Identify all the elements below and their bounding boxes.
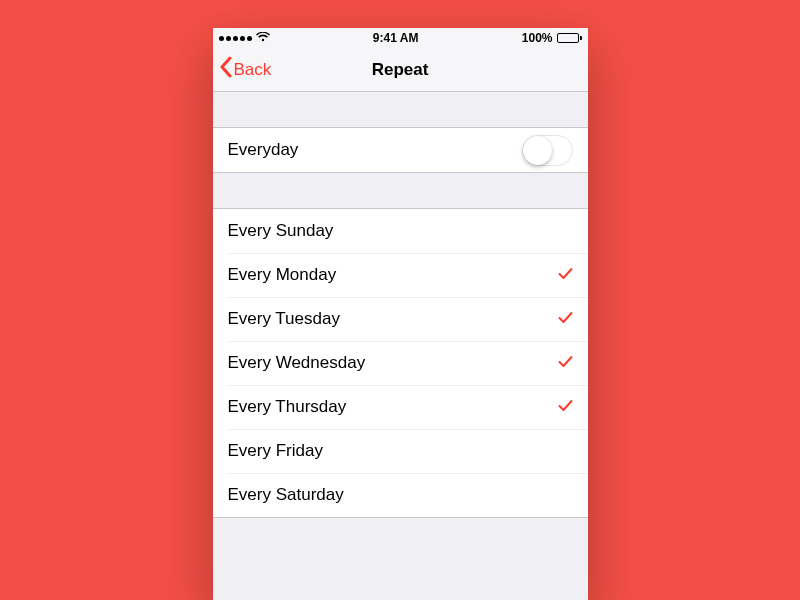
day-label: Every Saturday (228, 485, 573, 505)
signal-dots-icon (219, 36, 252, 41)
row-day[interactable]: Every Wednesday (213, 341, 588, 385)
status-clock: 9:41 AM (373, 31, 419, 45)
row-day[interactable]: Every Friday (213, 429, 588, 473)
checkmark-icon (558, 397, 573, 417)
checkmark-icon (558, 309, 573, 329)
day-label: Every Tuesday (228, 309, 558, 329)
battery-percent: 100% (522, 31, 553, 45)
checkmark-icon (558, 265, 573, 285)
group-everyday: Everyday (213, 127, 588, 173)
row-day[interactable]: Every Saturday (213, 473, 588, 517)
everyday-toggle[interactable] (522, 135, 573, 166)
day-label: Every Thursday (228, 397, 558, 417)
row-everyday[interactable]: Everyday (213, 128, 588, 172)
row-day[interactable]: Every Tuesday (213, 297, 588, 341)
day-label: Every Monday (228, 265, 558, 285)
day-label: Every Sunday (228, 221, 573, 241)
back-button[interactable]: Back (213, 56, 272, 83)
row-day[interactable]: Every Sunday (213, 209, 588, 253)
group-days: Every SundayEvery MondayEvery TuesdayEve… (213, 208, 588, 518)
chevron-left-icon (219, 56, 232, 83)
nav-bar: Back Repeat (213, 48, 588, 92)
back-label: Back (234, 60, 272, 80)
day-label: Every Wednesday (228, 353, 558, 373)
group-spacer (213, 92, 588, 127)
battery-icon (557, 33, 582, 43)
row-day[interactable]: Every Thursday (213, 385, 588, 429)
group-spacer (213, 173, 588, 208)
status-bar: 9:41 AM 100% (213, 28, 588, 48)
wifi-icon (256, 31, 270, 45)
checkmark-icon (558, 353, 573, 373)
day-label: Every Friday (228, 441, 573, 461)
phone-screen: 9:41 AM 100% Back Repeat Everyday (213, 28, 588, 600)
row-day[interactable]: Every Monday (213, 253, 588, 297)
everyday-label: Everyday (228, 140, 522, 160)
